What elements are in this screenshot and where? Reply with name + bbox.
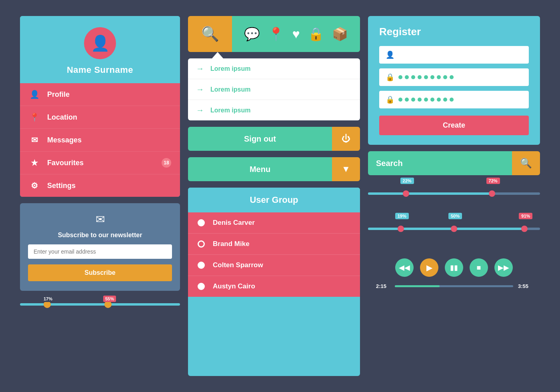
user-dot-3 (198, 262, 205, 269)
slider-r2-pct2: 50% (448, 213, 462, 219)
progress-fill (395, 285, 440, 287)
left-column: 👤 Name Surname 👤 Profile 📍 Location ✉ Me… (20, 16, 180, 376)
dropdown-item-3[interactable]: → Lorem ipsum (188, 100, 360, 120)
nav-search-tab[interactable]: 🔍 (188, 16, 232, 52)
signout-row: Sign out ⏻ (188, 127, 360, 151)
power-icon: ⏻ (342, 134, 350, 144)
user-group-title: User Group (188, 188, 360, 212)
email-input[interactable] (28, 244, 172, 259)
create-button[interactable]: Create (379, 116, 529, 135)
user-item-1[interactable]: Denis Carver (188, 212, 360, 234)
menu-btn-row: Menu ▼ (188, 157, 360, 181)
username-field[interactable]: 👤 (379, 46, 529, 64)
stop-button[interactable]: ■ (470, 258, 488, 277)
total-time: 3:55 (518, 283, 532, 289)
fast-forward-button[interactable]: ▶▶ (494, 258, 513, 277)
middle-column: 🔍 💬 📍 ♥ 🔒 📦 → Lorem ipsum → Lorem ipsum (188, 16, 360, 376)
dropdown-item-2[interactable]: → Lorem ipsum (188, 79, 360, 100)
menu-item-settings[interactable]: ⚙ Settings (20, 174, 180, 197)
menu-item-profile[interactable]: 👤 Profile (20, 83, 180, 106)
settings-icon: ⚙ (30, 181, 39, 190)
arrow-icon-2: → (196, 85, 204, 94)
subscribe-button[interactable]: Subscribe (28, 264, 172, 281)
search-icon: 🔍 (520, 158, 532, 169)
newsletter-icon: ✉ (96, 213, 105, 226)
right-slider-row1: 22% 72% (368, 182, 540, 202)
profile-label: Profile (47, 90, 70, 99)
favourites-badge: 18 (161, 157, 172, 168)
slider-r2-pct1: 19% (395, 213, 409, 219)
user-item-2[interactable]: Brand Mike (188, 234, 360, 255)
slider-r2-pct3: 91% (519, 213, 532, 219)
avatar: 👤 (84, 27, 116, 59)
user-name-2: Brand Mike (213, 240, 250, 248)
password-field-1[interactable]: 🔒 (379, 68, 529, 86)
fast-forward-icon: ▶▶ (498, 263, 509, 272)
avatar-icon: 👤 (91, 36, 110, 51)
user-dot-2 (198, 240, 205, 248)
password-dots-1 (398, 75, 454, 79)
left-slider: 17% 55% (20, 297, 180, 312)
lock-input-icon-1: 🔒 (386, 73, 394, 82)
favourites-label: Favourites (47, 159, 84, 167)
search-icon-button[interactable]: 🔍 (512, 151, 540, 175)
lock-input-icon-2: 🔒 (386, 95, 394, 104)
newsletter-card: ✉ Subscribe to our newsletter Subscribe (20, 203, 180, 291)
slider-r1-pct1: 22% (400, 178, 414, 184)
menu-item-location[interactable]: 📍 Location (20, 106, 180, 129)
search-label[interactable]: Search (368, 151, 512, 175)
user-input-icon: 👤 (386, 50, 394, 59)
progress-row: 2:15 3:55 (376, 283, 532, 289)
menu-item-favourites[interactable]: ★ Favourites 18 (20, 152, 180, 174)
user-name-1: Denis Carver (213, 219, 255, 227)
location-icon: 📍 (30, 112, 39, 122)
pause-icon: ▮▮ (450, 263, 458, 272)
dropdown-text-3: Lorem ipsum (210, 107, 250, 114)
user-group-card: User Group Denis Carver Brand Mike Colte… (188, 188, 360, 376)
pin-icon[interactable]: 📍 (268, 26, 284, 42)
slider-label-17: 17% (42, 296, 54, 302)
current-time: 2:15 (376, 283, 390, 289)
menu-button[interactable]: Menu (188, 157, 332, 181)
progress-track[interactable] (395, 285, 513, 287)
profile-header: 👤 Name Surname (20, 16, 180, 83)
register-title: Register (379, 26, 529, 38)
right-slider-row2: 19% 50% 91% (368, 215, 540, 237)
dropdown-menu: → Lorem ipsum → Lorem ipsum → Lorem ipsu… (188, 58, 360, 120)
dropdown-arrow (212, 52, 223, 58)
menu-arrow-button[interactable]: ▼ (332, 157, 360, 181)
profile-menu: 👤 Profile 📍 Location ✉ Messages ★ Favour… (20, 83, 180, 197)
dropdown-item-1[interactable]: → Lorem ipsum (188, 58, 360, 79)
play-icon: ▶ (426, 263, 432, 272)
search-nav-icon: 🔍 (201, 26, 219, 42)
arrow-icon-1: → (196, 64, 204, 73)
user-item-4[interactable]: Austyn Cairo (188, 276, 360, 297)
rewind-icon: ◀◀ (399, 263, 410, 272)
settings-label: Settings (47, 182, 76, 190)
user-item-3[interactable]: Colten Sparrow (188, 255, 360, 276)
password-dots-2 (398, 98, 454, 102)
heart-icon[interactable]: ♥ (292, 27, 300, 42)
nav-icons-bar: 💬 📍 ♥ 🔒 📦 (232, 16, 360, 52)
box-icon[interactable]: 📦 (332, 26, 348, 42)
user-name-3: Colten Sparrow (213, 261, 263, 269)
arrow-icon-3: → (196, 106, 204, 115)
top-nav: 🔍 💬 📍 ♥ 🔒 📦 (188, 16, 360, 52)
player-controls: ◀◀ ▶ ▮▮ ■ ▶▶ (376, 258, 532, 277)
profile-icon: 👤 (30, 90, 39, 99)
user-group-list: Denis Carver Brand Mike Colten Sparrow A… (188, 212, 360, 297)
signout-button[interactable]: Sign out (188, 127, 332, 151)
stop-icon: ■ (477, 264, 481, 272)
chat-icon[interactable]: 💬 (244, 26, 260, 42)
user-dot-4 (198, 283, 205, 290)
signout-icon-button[interactable]: ⏻ (332, 127, 360, 151)
right-column: Register 👤 🔒 🔒 Create (368, 16, 540, 376)
menu-item-messages[interactable]: ✉ Messages (20, 129, 180, 152)
search-bar: Search 🔍 (368, 151, 540, 175)
rewind-button[interactable]: ◀◀ (395, 258, 414, 277)
pause-button[interactable]: ▮▮ (445, 258, 463, 277)
user-name-4: Austyn Cairo (213, 282, 255, 290)
play-button[interactable]: ▶ (420, 258, 438, 277)
lock-icon[interactable]: 🔒 (308, 26, 324, 42)
password-field-2[interactable]: 🔒 (379, 91, 529, 108)
